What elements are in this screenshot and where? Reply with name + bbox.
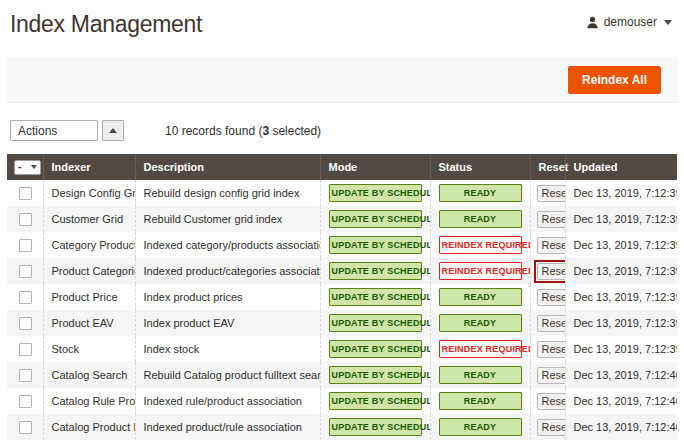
actions-dropdown-toggle[interactable] [102, 120, 124, 141]
page-header: Index Management demouser [0, 0, 684, 46]
select-cell [7, 180, 43, 206]
updated-cell: Dec 13, 2019, 7:12:39 AM [565, 206, 677, 232]
select-cell [7, 336, 43, 362]
reset-button-wrap: Reset [534, 260, 566, 283]
updated-cell: Dec 13, 2019, 7:12:39 AM [565, 310, 677, 336]
select-cell [7, 414, 43, 440]
description-cell: Indexed product/rule association [135, 414, 320, 440]
status-cell: READY [430, 310, 530, 336]
indexer-cell: Product EAV [43, 310, 135, 336]
mode-cell: UPDATE BY SCHEDULE [320, 232, 430, 258]
reset-button[interactable]: Reset [537, 315, 566, 332]
row-checkbox[interactable] [19, 239, 32, 252]
status-cell: READY [430, 206, 530, 232]
reset-button[interactable]: Reset [537, 289, 566, 306]
header-status[interactable]: Status [430, 154, 530, 180]
indexer-cell: Design Config Grid [43, 180, 135, 206]
row-checkbox[interactable] [19, 369, 32, 382]
indexer-cell: Category Products [43, 232, 135, 258]
reset-button[interactable]: Reset [537, 263, 566, 280]
description-cell: Index product EAV [135, 310, 320, 336]
updated-cell: Dec 13, 2019, 7:12:39 AM [565, 258, 677, 284]
select-all-dropdown[interactable]: - [14, 160, 41, 175]
status-badge: READY [439, 418, 522, 436]
description-cell: Indexed rule/product association [135, 388, 320, 414]
reset-button[interactable]: Reset [537, 185, 566, 202]
status-badge: READY [439, 210, 522, 228]
status-cell: REINDEX REQUIRED [430, 258, 530, 284]
reset-button[interactable]: Reset [537, 211, 566, 228]
select-cell [7, 388, 43, 414]
indexer-cell: Catalog Rule Product [43, 388, 135, 414]
reset-button[interactable]: Reset [537, 237, 566, 254]
updated-cell: Dec 13, 2019, 7:12:39 AM [565, 284, 677, 310]
select-cell [7, 310, 43, 336]
description-cell: Index product prices [135, 284, 320, 310]
mode-cell: UPDATE BY SCHEDULE [320, 388, 430, 414]
actions-dropdown[interactable]: Actions [10, 120, 98, 141]
row-checkbox[interactable] [19, 317, 32, 330]
header-updated[interactable]: Updated [565, 154, 677, 180]
mode-badge: UPDATE BY SCHEDULE [329, 392, 422, 410]
table-row: Design Config Grid Rebuild design config… [7, 180, 677, 206]
reset-button-wrap: Reset [534, 182, 566, 205]
row-checkbox[interactable] [19, 213, 32, 226]
mode-cell: UPDATE BY SCHEDULE [320, 284, 430, 310]
page-actions-band: Reindex All [7, 57, 677, 103]
description-cell: Rebuild Catalog product fulltext search … [135, 362, 320, 388]
grid-toolbar: Actions 10 records found (3 selected) [10, 120, 677, 141]
table-row: Catalog Product Rule Indexed product/rul… [7, 414, 677, 440]
table-row: Product Categories Indexed product/categ… [7, 258, 677, 284]
table-row: Product Price Index product prices UPDAT… [7, 284, 677, 310]
status-cell: REINDEX REQUIRED [430, 336, 530, 362]
status-badge: READY [439, 184, 522, 202]
reset-cell: Reset [530, 258, 565, 284]
header-indexer[interactable]: Indexer [43, 154, 135, 180]
reset-button-wrap: Reset [534, 234, 566, 257]
description-cell: Indexed product/categories association [135, 258, 320, 284]
status-cell: READY [430, 414, 530, 440]
reindex-all-button[interactable]: Reindex All [568, 66, 661, 94]
header-description[interactable]: Description [135, 154, 320, 180]
row-checkbox[interactable] [19, 395, 32, 408]
header-mode[interactable]: Mode [320, 154, 430, 180]
caret-up-icon [109, 128, 117, 133]
index-table-body: Design Config Grid Rebuild design config… [7, 180, 677, 440]
reset-cell: Reset [530, 362, 565, 388]
row-checkbox[interactable] [19, 291, 32, 304]
user-menu[interactable]: demouser [586, 15, 674, 29]
row-checkbox[interactable] [19, 187, 32, 200]
reset-button[interactable]: Reset [537, 393, 566, 410]
row-checkbox[interactable] [19, 265, 32, 278]
updated-cell: Dec 13, 2019, 7:12:39 AM [565, 232, 677, 258]
reset-button[interactable]: Reset [537, 367, 566, 384]
user-name: demouser [604, 15, 657, 29]
reset-button[interactable]: Reset [537, 419, 566, 436]
reset-cell: Reset [530, 388, 565, 414]
mode-badge: UPDATE BY SCHEDULE [329, 288, 422, 306]
mode-badge: UPDATE BY SCHEDULE [329, 236, 422, 254]
indexer-cell: Customer Grid [43, 206, 135, 232]
row-checkbox[interactable] [19, 421, 32, 434]
header-reset[interactable]: Reset [530, 154, 565, 180]
reset-button-wrap: Reset [534, 338, 566, 361]
description-cell: Rebuild design config grid index [135, 180, 320, 206]
records-count-prefix: 10 records found ( [165, 124, 262, 138]
updated-cell: Dec 13, 2019, 7:12:40 AM [565, 362, 677, 388]
description-cell: Indexed category/products association [135, 232, 320, 258]
records-count-suffix: selected) [269, 124, 321, 138]
updated-cell: Dec 13, 2019, 7:12:40 AM [565, 388, 677, 414]
row-checkbox[interactable] [19, 343, 32, 356]
mode-cell: UPDATE BY SCHEDULE [320, 362, 430, 388]
mode-badge: UPDATE BY SCHEDULE [329, 418, 422, 436]
table-row: Catalog Rule Product Indexed rule/produc… [7, 388, 677, 414]
caret-down-icon [31, 165, 37, 169]
status-cell: READY [430, 284, 530, 310]
reset-button-wrap: Reset [534, 286, 566, 309]
mode-cell: UPDATE BY SCHEDULE [320, 336, 430, 362]
indexer-cell: Catalog Search [43, 362, 135, 388]
select-cell [7, 258, 43, 284]
status-badge: READY [439, 314, 522, 332]
reset-button[interactable]: Reset [537, 341, 566, 358]
indexer-cell: Stock [43, 336, 135, 362]
